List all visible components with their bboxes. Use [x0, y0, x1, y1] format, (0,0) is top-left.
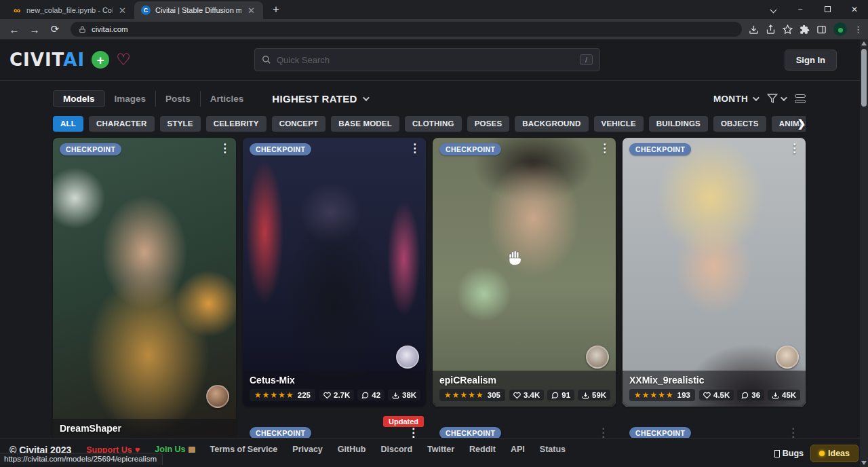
sign-in-button[interactable]: Sign In — [785, 50, 837, 71]
chips-scroll-right-icon[interactable]: ❯ — [797, 117, 806, 130]
search-shortcut-key: / — [580, 54, 593, 65]
chip-style[interactable]: STYLE — [160, 116, 201, 132]
chip-all[interactable]: ALL — [53, 116, 83, 132]
browser-tab-colab[interactable]: ∞ new_colab_file.ipynb - Colaborat ✕ — [5, 1, 134, 19]
tab-close-icon[interactable]: ✕ — [246, 5, 256, 16]
bookmark-star-icon[interactable] — [783, 24, 793, 35]
model-title: DreamShaper — [60, 423, 229, 434]
model-card-partial[interactable]: CHECKPOINT ⋮ — [433, 415, 616, 438]
chip-objects[interactable]: OBJECTS — [713, 116, 766, 132]
logo-ai-text: AI — [63, 50, 85, 70]
civitai-logo[interactable]: CIVITAI — [9, 50, 85, 70]
mouse-cursor-hand-icon — [509, 250, 521, 268]
tab-models[interactable]: Models — [53, 90, 105, 107]
card-menu-icon[interactable]: ⋮ — [408, 428, 419, 438]
downloads-count: 38K — [402, 391, 416, 399]
new-tab-button[interactable]: + — [269, 3, 283, 16]
checkpoint-badge: CHECKPOINT — [629, 427, 691, 438]
download-icon — [392, 392, 399, 399]
tab-articles[interactable]: Articles — [200, 91, 254, 107]
close-window-button[interactable]: ✕ — [841, 5, 868, 14]
creator-avatar[interactable] — [206, 385, 229, 408]
model-card-cetus-mix[interactable]: CHECKPOINT ⋮ Cetus-Mix ★★★★★225 2.7K 42 … — [243, 138, 426, 407]
footer-link-github[interactable]: GitHub — [338, 445, 366, 454]
ideas-button[interactable]: Ideas — [810, 445, 859, 462]
layout-toggle-button[interactable] — [795, 94, 806, 103]
footer-link-discord[interactable]: Discord — [380, 445, 412, 454]
creator-avatar[interactable] — [586, 345, 609, 369]
card-stats: ★★★★★225 2.7K 42 38K — [250, 389, 419, 401]
chip-base-model[interactable]: BASE MODEL — [331, 116, 399, 132]
model-card-partial[interactable]: CHECKPOINT ⋮ — [623, 415, 806, 438]
chip-concept[interactable]: CONCEPT — [272, 116, 326, 132]
model-card-dreamshaper[interactable]: CHECKPOINT ⋮ DreamShaper — [53, 138, 236, 438]
footer-link-reddit[interactable]: Reddit — [469, 445, 496, 454]
downloads-chip: 59K — [578, 390, 610, 400]
chrome-menu-icon[interactable]: ⋮ — [854, 24, 863, 35]
creator-avatar[interactable] — [776, 345, 799, 369]
likes-chip: 4.5K — [699, 390, 734, 400]
forward-button[interactable]: → — [26, 24, 43, 35]
chip-clothing[interactable]: CLOTHING — [405, 116, 462, 132]
model-title: XXMix_9realistic — [629, 375, 799, 386]
tab-posts[interactable]: Posts — [155, 91, 200, 107]
minimize-button[interactable]: − — [787, 5, 814, 14]
card-menu-icon[interactable]: ⋮ — [219, 143, 231, 153]
window-menu-chevron-icon[interactable] — [760, 5, 787, 14]
profile-avatar[interactable] — [833, 22, 847, 36]
card-menu-icon[interactable]: ⋮ — [789, 143, 800, 153]
upload-plus-button[interactable]: + — [92, 51, 109, 69]
support-heart-icon[interactable]: ♡ — [116, 52, 131, 68]
scroll-down-arrow-icon[interactable] — [861, 461, 867, 465]
chip-background[interactable]: BACKGROUND — [515, 116, 588, 132]
address-bar[interactable]: civitai.com — [71, 22, 742, 37]
reload-button[interactable]: ⟳ — [46, 23, 64, 35]
scroll-up-arrow-icon[interactable] — [861, 41, 867, 45]
chip-vehicle[interactable]: VEHICLE — [594, 116, 644, 132]
logo-civit-text: CIVIT — [9, 50, 63, 70]
chip-poses[interactable]: POSES — [467, 116, 510, 132]
chip-buildings[interactable]: BUILDINGS — [649, 116, 708, 132]
tab-images[interactable]: Images — [105, 91, 156, 107]
footer-link-twitter[interactable]: Twitter — [427, 445, 454, 454]
browser-tab-civitai[interactable]: C Civitai | Stable Diffusion models, ✕ — [134, 1, 263, 19]
page-scrollbar[interactable] — [860, 39, 868, 467]
rating-count: 225 — [298, 391, 311, 399]
comment-icon — [551, 392, 559, 399]
lock-icon — [79, 26, 86, 33]
side-panel-icon[interactable] — [816, 24, 827, 35]
card-menu-icon[interactable]: ⋮ — [599, 143, 610, 153]
model-card-epicrealism[interactable]: CHECKPOINT ⋮ epiCRealism ★★★★★305 3.4K 9… — [433, 138, 616, 407]
card-menu-icon[interactable]: ⋮ — [597, 428, 609, 438]
model-card-xxmix-9realistic[interactable]: CHECKPOINT ⋮ XXMix_9realistic ★★★★★193 4… — [623, 138, 806, 407]
box-icon — [189, 447, 195, 453]
card-info-overlay: XXMix_9realistic ★★★★★193 4.5K 36 45K — [623, 371, 806, 407]
bugs-button[interactable]: Bugs — [774, 449, 804, 458]
maximize-button[interactable] — [814, 5, 841, 14]
downloads-icon[interactable] — [749, 24, 759, 35]
star-icons: ★★★★★ — [634, 390, 674, 400]
scrollbar-thumb[interactable] — [861, 49, 867, 107]
card-menu-icon[interactable]: ⋮ — [409, 143, 420, 153]
footer-link-terms[interactable]: Terms of Service — [210, 445, 278, 454]
chip-character[interactable]: CHARACTER — [89, 116, 155, 132]
share-icon[interactable] — [766, 24, 776, 35]
model-card-partial[interactable]: Updated CHECKPOINT ⋮ — [243, 415, 426, 438]
chip-celebrity[interactable]: CELEBRITY — [206, 116, 267, 132]
search-bar[interactable]: / — [254, 48, 600, 71]
footer-link-api[interactable]: API — [511, 445, 525, 454]
heart-icon — [703, 392, 711, 399]
search-input[interactable] — [277, 55, 574, 65]
tab-close-icon[interactable]: ✕ — [117, 5, 127, 16]
extensions-puzzle-icon[interactable] — [800, 24, 810, 35]
creator-avatar[interactable] — [396, 345, 419, 369]
period-dropdown[interactable]: MONTH — [713, 94, 757, 104]
tab-title: Civitai | Stable Diffusion models, — [155, 6, 241, 14]
filter-dropdown[interactable] — [767, 93, 785, 104]
card-menu-icon[interactable]: ⋮ — [787, 428, 799, 438]
heart-icon — [323, 392, 331, 399]
sort-dropdown[interactable]: HIGHEST RATED — [272, 93, 367, 105]
back-button[interactable]: ← — [5, 24, 23, 35]
footer-link-status[interactable]: Status — [540, 445, 566, 454]
footer-link-privacy[interactable]: Privacy — [292, 445, 322, 454]
